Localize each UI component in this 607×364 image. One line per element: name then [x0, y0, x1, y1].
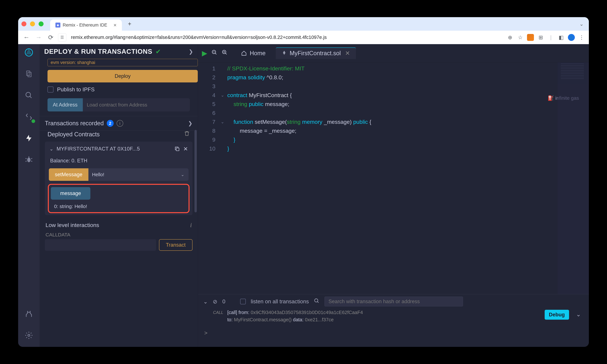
debug-button[interactable]: Debug — [545, 310, 569, 320]
transact-button[interactable]: Transact — [159, 239, 193, 251]
calldata-input[interactable] — [45, 239, 156, 251]
tab-dropdown-icon[interactable]: ⌄ — [577, 20, 586, 28]
solidity-file-icon — [282, 50, 287, 57]
highlighted-region: message 0: string: Hello! — [48, 184, 189, 213]
file-explorer-icon[interactable] — [24, 69, 34, 79]
terminal-search-icon[interactable] — [314, 298, 319, 305]
window-minimize-btn[interactable] — [30, 21, 35, 26]
svg-point-11 — [28, 334, 30, 336]
terminal-prompt[interactable]: > — [202, 323, 585, 337]
setmessage-button[interactable]: setMessage — [49, 168, 88, 181]
svg-rect-2 — [28, 72, 31, 77]
deployed-contract-card: ⌄ MYFIRSTCONTRACT AT 0X10F...5 ✕ Balance… — [45, 142, 193, 215]
main-area: ▶ Home MyFirstContract.so — [198, 44, 589, 347]
panel-chevron-icon[interactable]: ❯ — [189, 49, 193, 55]
zoom-in-icon[interactable] — [222, 50, 228, 57]
extensions-icon[interactable]: ⊞ — [537, 33, 545, 41]
settings-icon[interactable] — [24, 330, 34, 340]
svg-line-17 — [225, 53, 227, 54]
plugin-manager-icon[interactable] — [24, 309, 34, 319]
debug-chevron-icon[interactable]: ⌄ — [576, 311, 581, 318]
svg-line-9 — [26, 161, 26, 162]
svg-point-5 — [27, 158, 30, 162]
compiler-icon[interactable] — [24, 112, 34, 122]
expand-params-icon[interactable]: ⌄ — [177, 168, 188, 181]
nav-forward-button[interactable]: → — [34, 32, 43, 42]
evm-version-badge: evm version: shanghai — [48, 59, 198, 66]
calldata-label: CALLDATA — [40, 232, 198, 239]
remove-contract-icon[interactable]: ✕ — [183, 145, 188, 152]
setmessage-input[interactable] — [88, 168, 177, 181]
terminal: ⌄ ⊘ 0 listen on all transactions CALL [c… — [198, 294, 589, 347]
window-close-btn[interactable] — [21, 21, 26, 26]
deploy-button[interactable]: Deploy — [48, 70, 198, 82]
file-tab[interactable]: MyFirstContract.sol ✕ — [276, 48, 356, 59]
url-bar[interactable]: remix.ethereum.org/#lang=en&optimize=fal… — [69, 35, 504, 40]
browser-menu-icon[interactable]: ⋮ — [578, 33, 586, 41]
nav-reload-button[interactable]: ⟳ — [46, 32, 56, 42]
tx-chevron-icon[interactable]: ❯ — [188, 120, 193, 127]
svg-rect-12 — [176, 148, 179, 151]
nav-back-button[interactable]: ← — [21, 32, 31, 42]
at-address-input[interactable] — [83, 98, 190, 111]
publish-ipfs-label: Publish to IPFS — [57, 86, 94, 93]
close-tab-icon[interactable]: ✕ — [345, 50, 350, 57]
code-content[interactable]: // SPDX-License-Identifier: MIT pragma s… — [226, 62, 589, 294]
svg-line-8 — [31, 158, 32, 159]
message-button[interactable]: message — [51, 187, 90, 200]
deploy-run-icon[interactable] — [24, 133, 34, 143]
gas-pump-icon: ⛽ — [548, 94, 554, 103]
home-icon — [241, 51, 247, 56]
at-address-button[interactable]: At Address — [48, 98, 83, 111]
site-info-icon[interactable]: ☰ — [58, 33, 66, 41]
contract-balance: Balance: 0. ETH — [45, 156, 193, 168]
new-tab-button[interactable]: + — [125, 19, 134, 28]
run-script-icon[interactable]: ▶ — [202, 49, 207, 57]
copy-address-icon[interactable] — [174, 146, 180, 152]
code-editor[interactable]: 12345678910 ⌄⌄ // SPDX-License-Identifie… — [198, 62, 589, 294]
profile-button[interactable]: 👤 — [567, 33, 575, 41]
sidepanel-scrollbar[interactable] — [195, 130, 197, 212]
fold-gutter: ⌄⌄ — [219, 62, 226, 294]
debugger-icon[interactable] — [24, 155, 34, 165]
fold-icon[interactable]: ⌄ — [219, 117, 226, 126]
publish-ipfs-checkbox[interactable] — [48, 87, 53, 92]
info-icon[interactable]: i — [117, 120, 123, 127]
tab-close-icon[interactable]: × — [114, 22, 117, 28]
listen-checkbox[interactable] — [240, 299, 246, 304]
metamask-extension-icon[interactable] — [527, 33, 534, 41]
window-controls — [21, 21, 50, 26]
message-return-value: 0: string: Hello! — [50, 203, 187, 209]
trash-icon[interactable] — [184, 130, 190, 138]
svg-rect-1 — [26, 71, 30, 76]
lowlevel-label: Low level interactions — [46, 222, 99, 228]
deploy-run-panel: DEPLOY & RUN TRANSACTIONS ✔ ❯ evm versio… — [40, 44, 198, 347]
browser-chrome: ◆ Remix - Ethereum IDE × + ⌄ ← → ⟳ ☰ rem… — [18, 17, 589, 44]
bookmark-icon[interactable]: ☆ — [516, 33, 524, 41]
lowlevel-info-icon[interactable]: i — [190, 221, 192, 229]
remix-favicon: ◆ — [55, 23, 60, 27]
svg-point-20 — [315, 299, 318, 302]
terminal-collapse-icon[interactable]: ⌄ — [203, 299, 208, 305]
clear-console-icon[interactable]: ⊘ — [213, 299, 217, 305]
contract-collapse-icon[interactable]: ⌄ — [50, 146, 53, 152]
svg-line-14 — [215, 53, 217, 54]
line-gutter: 12345678910 — [198, 62, 219, 294]
browser-tab[interactable]: ◆ Remix - Ethereum IDE × — [50, 19, 122, 31]
check-icon: ✔ — [156, 48, 161, 55]
sidepanel-icon[interactable]: ◧ — [557, 33, 565, 41]
home-tab-label: Home — [250, 50, 265, 57]
window-maximize-btn[interactable] — [39, 21, 43, 26]
icon-bar — [18, 44, 40, 347]
tx-count-badge: 2 — [107, 120, 114, 127]
home-tab[interactable]: Home — [235, 48, 272, 59]
search-icon[interactable] — [24, 90, 34, 100]
listen-label: listen on all transactions — [251, 299, 309, 305]
zoom-out-icon[interactable] — [211, 50, 217, 57]
terminal-search-input[interactable] — [324, 297, 463, 306]
fold-icon[interactable]: ⌄ — [219, 91, 226, 100]
remix-logo-icon[interactable] — [24, 48, 34, 57]
contract-name: MYFIRSTCONTRACT AT 0X10F...5 — [57, 146, 171, 152]
minimap[interactable] — [557, 62, 589, 294]
zoom-indicator-icon[interactable]: ⊕ — [506, 33, 514, 41]
